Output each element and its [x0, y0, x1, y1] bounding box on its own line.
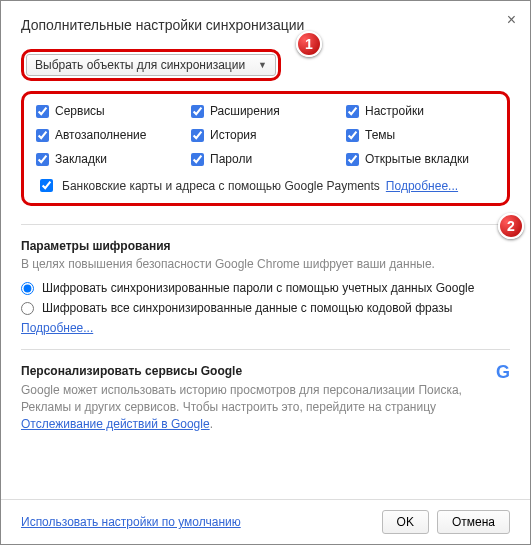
sync-item-open-tabs[interactable]: Открытые вкладки	[346, 152, 495, 166]
sync-item-history[interactable]: История	[191, 128, 340, 142]
personalize-text: Google может использовать историю просмо…	[21, 382, 510, 432]
close-button[interactable]: ×	[507, 11, 516, 29]
checkbox[interactable]	[191, 105, 204, 118]
dialog-title: Дополнительные настройки синхронизации	[21, 17, 510, 33]
radio[interactable]	[21, 282, 34, 295]
encryption-subtitle: В целях повышения безопасности Google Ch…	[21, 257, 510, 271]
radio[interactable]	[21, 302, 34, 315]
sync-item-extensions[interactable]: Расширения	[191, 104, 340, 118]
personalize-title: Персонализировать сервисы Google	[21, 364, 510, 378]
ok-button[interactable]: OK	[382, 510, 429, 534]
checkbox[interactable]	[191, 129, 204, 142]
sync-item-autofill[interactable]: Автозаполнение	[36, 128, 185, 142]
separator	[21, 224, 510, 225]
checkbox[interactable]	[40, 179, 53, 192]
checkbox[interactable]	[346, 105, 359, 118]
checkbox[interactable]	[36, 153, 49, 166]
encryption-more-link[interactable]: Подробнее...	[21, 321, 93, 335]
encrypt-option-google[interactable]: Шифровать синхронизированные пароли с по…	[21, 281, 510, 295]
step-badge-1: 1	[296, 31, 322, 57]
encrypt-option-passphrase[interactable]: Шифровать все синхронизированные данные …	[21, 301, 510, 315]
encryption-title: Параметры шифрования	[21, 239, 510, 253]
payments-label: Банковские карты и адреса с помощью Goog…	[62, 179, 380, 193]
cancel-button[interactable]: Отмена	[437, 510, 510, 534]
dropdown-label: Выбрать объекты для синхронизации	[35, 58, 245, 72]
checkbox[interactable]	[36, 105, 49, 118]
sync-item-bookmarks[interactable]: Закладки	[36, 152, 185, 166]
personalize-section: G Персонализировать сервисы Google Googl…	[21, 364, 510, 432]
sync-item-passwords[interactable]: Пароли	[191, 152, 340, 166]
separator	[21, 349, 510, 350]
sync-item-settings[interactable]: Настройки	[346, 104, 495, 118]
chevron-down-icon: ▼	[258, 60, 267, 70]
checkbox[interactable]	[346, 129, 359, 142]
encryption-section: Параметры шифрования В целях повышения б…	[21, 239, 510, 335]
dropdown-highlight: Выбрать объекты для синхронизации ▼	[21, 49, 281, 81]
sync-settings-dialog: × Дополнительные настройки синхронизации…	[0, 0, 531, 545]
sync-mode-dropdown[interactable]: Выбрать объекты для синхронизации ▼	[26, 54, 276, 76]
dialog-footer: Использовать настройки по умолчанию OK О…	[1, 499, 530, 544]
sync-item-themes[interactable]: Темы	[346, 128, 495, 142]
sync-item-payments: Банковские карты и адреса с помощью Goog…	[36, 176, 495, 195]
activity-tracking-link[interactable]: Отслеживание действий в Google	[21, 417, 210, 431]
sync-item-services[interactable]: Сервисы	[36, 104, 185, 118]
sync-items-grid: Сервисы Расширения Настройки Автозаполне…	[36, 104, 495, 166]
checkbox[interactable]	[36, 129, 49, 142]
checkbox[interactable]	[191, 153, 204, 166]
reset-defaults-link[interactable]: Использовать настройки по умолчанию	[21, 515, 241, 529]
sync-items-highlight: Сервисы Расширения Настройки Автозаполне…	[21, 91, 510, 206]
google-logo-icon: G	[496, 362, 510, 383]
checkbox[interactable]	[346, 153, 359, 166]
payments-more-link[interactable]: Подробнее...	[386, 179, 458, 193]
step-badge-2: 2	[498, 213, 524, 239]
